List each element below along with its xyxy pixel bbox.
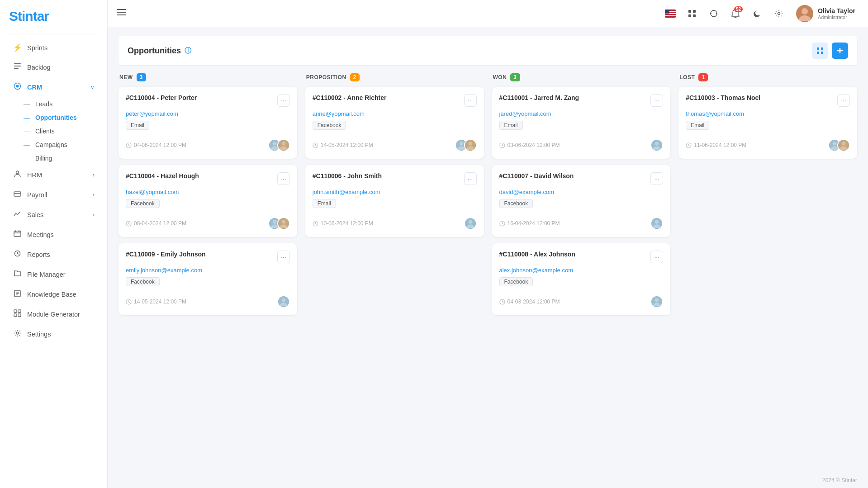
card-tag: Email	[686, 121, 709, 130]
card-tag: Email	[313, 199, 336, 208]
card-menu-button[interactable]: ···	[277, 172, 290, 185]
card-avatar	[650, 139, 663, 152]
sidebar-sub-campaigns[interactable]: — Campaigns	[0, 138, 107, 152]
card-menu-button[interactable]: ···	[650, 172, 663, 185]
sidebar-item-sprints[interactable]: ⚡ Sprints	[4, 38, 104, 57]
card-c110006[interactable]: #C110006 - John Smith ··· john.smith@exa…	[305, 165, 484, 237]
header-actions	[812, 43, 848, 59]
card-menu-button[interactable]: ···	[650, 251, 663, 263]
svg-rect-27	[688, 14, 691, 17]
sidebar-item-meetings[interactable]: Meetings	[4, 225, 104, 244]
sidebar-item-module-generator[interactable]: Module Generator	[4, 305, 104, 324]
card-title: #C110009 - Emily Johnson	[126, 251, 206, 258]
card-time: 03-06-2024 12:00 PM	[499, 142, 560, 148]
svg-rect-20	[18, 314, 21, 317]
card-menu-button[interactable]: ···	[837, 94, 850, 107]
settings-gear-icon[interactable]	[771, 5, 787, 22]
dark-mode-icon[interactable]	[749, 5, 765, 22]
sidebar-item-payroll[interactable]: Payroll ›	[4, 185, 104, 204]
card-email[interactable]: thomas@yopmail.com	[686, 110, 850, 117]
add-button[interactable]	[832, 43, 848, 59]
grid-view-button[interactable]	[812, 43, 828, 59]
card-c110007[interactable]: #C110007 - David Wilson ··· david@exampl…	[492, 165, 671, 237]
card-title: #C110003 - Thomas Noel	[686, 94, 760, 101]
card-c110009[interactable]: #C110009 - Emily Johnson ··· emily.johns…	[119, 243, 297, 315]
sidebar-item-knowledge-base[interactable]: Knowledge Base	[4, 285, 104, 304]
card-footer: 04-03-2024 12:00 PM	[499, 295, 664, 308]
card-email[interactable]: john.smith@example.com	[313, 189, 477, 195]
card-footer: 04-06-2024 12:00 PM	[126, 139, 290, 152]
knowledge-base-icon	[13, 289, 22, 299]
notification-bell-icon[interactable]: 52	[727, 5, 744, 22]
clock-icon	[313, 221, 318, 227]
sidebar-item-label: Module Generator	[27, 311, 80, 318]
svg-point-55	[281, 298, 285, 302]
language-flag-icon[interactable]	[662, 5, 678, 22]
card-email[interactable]: jared@yopmail.com	[499, 110, 664, 117]
card-c110003[interactable]: #C110003 - Thomas Noel ··· thomas@yopmai…	[678, 87, 857, 159]
card-email[interactable]: peter@yopmail.com	[126, 110, 290, 117]
sidebar-item-label: Knowledge Base	[27, 291, 76, 298]
card-c110008[interactable]: #C110008 - Alex Johnson ··· alex.johnson…	[492, 243, 671, 315]
sidebar-sub-clients[interactable]: — Clients	[0, 124, 107, 138]
sidebar-item-sales[interactable]: Sales ›	[4, 205, 104, 224]
card-c110004-hazel[interactable]: #C110004 - Hazel Hough ··· hazel@yopmail…	[119, 165, 297, 237]
card-c110001[interactable]: #C110001 - Jarred M. Zang ··· jared@yopm…	[492, 87, 671, 159]
hrm-icon	[13, 170, 22, 180]
svg-rect-7	[14, 192, 21, 196]
card-datetime: 03-06-2024 12:00 PM	[508, 142, 560, 148]
sidebar-sub-leads[interactable]: — Leads	[0, 97, 107, 111]
kanban-column-new: NEW 3 #C110004 - Peter Porter ··· peter@…	[119, 73, 297, 322]
card-menu-button[interactable]: ···	[277, 94, 290, 107]
card-email[interactable]: emily.johnson@example.com	[126, 267, 290, 274]
card-time: 10-06-2024 12:00 PM	[313, 220, 373, 227]
card-email[interactable]: alex.johnson@example.com	[499, 267, 664, 274]
crosshair-icon[interactable]	[706, 5, 722, 22]
sidebar-item-label: Settings	[27, 331, 51, 338]
card-avatar	[650, 217, 663, 230]
sidebar-item-label: Sprints	[27, 44, 47, 52]
card-email[interactable]: david@example.com	[499, 189, 664, 195]
sidebar-item-hrm[interactable]: HRM ›	[4, 166, 104, 185]
hamburger-menu-icon[interactable]	[117, 9, 126, 18]
clock-icon	[499, 142, 505, 148]
clock-icon	[126, 221, 132, 227]
card-header: #C110007 - David Wilson ···	[499, 172, 664, 185]
card-footer: 10-06-2024 12:00 PM	[313, 217, 477, 230]
card-footer: 16-04-2024 12:00 PM	[499, 217, 664, 230]
sidebar-item-backlog[interactable]: Backlog	[4, 58, 104, 77]
svg-rect-37	[817, 47, 819, 50]
sidebar-item-reports[interactable]: Reports	[4, 245, 104, 264]
sidebar-item-settings[interactable]: Settings	[4, 325, 104, 344]
card-menu-button[interactable]: ···	[277, 251, 290, 263]
crm-icon	[13, 82, 22, 92]
card-tag: Email	[126, 121, 149, 130]
sidebar-item-file-manager[interactable]: File Manager	[4, 265, 104, 284]
sidebar-sub-opportunities[interactable]: — Opportunities	[0, 111, 107, 124]
sidebar-item-crm[interactable]: CRM ∨	[4, 78, 104, 97]
sidebar-sub-billing[interactable]: — Billing	[0, 152, 107, 165]
card-avatar	[464, 217, 477, 230]
user-profile[interactable]: Olivia Taylor Administrator	[792, 3, 859, 24]
module-generator-icon	[13, 309, 22, 319]
kanban-column-won: WON 3 #C110001 - Jarred M. Zang ··· jare…	[492, 73, 671, 322]
card-menu-button[interactable]: ···	[464, 94, 477, 107]
card-avatars	[268, 139, 290, 152]
svg-point-66	[655, 142, 659, 146]
card-tag: Email	[499, 121, 523, 130]
card-menu-button[interactable]: ···	[650, 94, 663, 107]
sales-chevron-icon: ›	[93, 212, 95, 218]
grid-apps-icon[interactable]	[684, 5, 700, 22]
card-avatars	[268, 217, 290, 230]
column-header-proposition: PROPOSITION 2	[305, 73, 484, 87]
card-title: #C110004 - Hazel Hough	[126, 172, 199, 180]
card-menu-button[interactable]: ···	[464, 172, 477, 185]
svg-rect-17	[14, 310, 17, 313]
info-icon[interactable]: ⓘ	[185, 47, 191, 55]
column-label-proposition: PROPOSITION	[306, 74, 346, 81]
card-c110002[interactable]: #C110002 - Anne Richter ··· anne@yopmail…	[305, 87, 484, 159]
card-header: #C110003 - Thomas Noel ···	[686, 94, 850, 107]
card-c110004-peter[interactable]: #C110004 - Peter Porter ··· peter@yopmai…	[119, 87, 297, 159]
card-email[interactable]: hazel@yopmail.com	[126, 189, 290, 195]
card-email[interactable]: anne@yopmail.com	[313, 110, 477, 117]
